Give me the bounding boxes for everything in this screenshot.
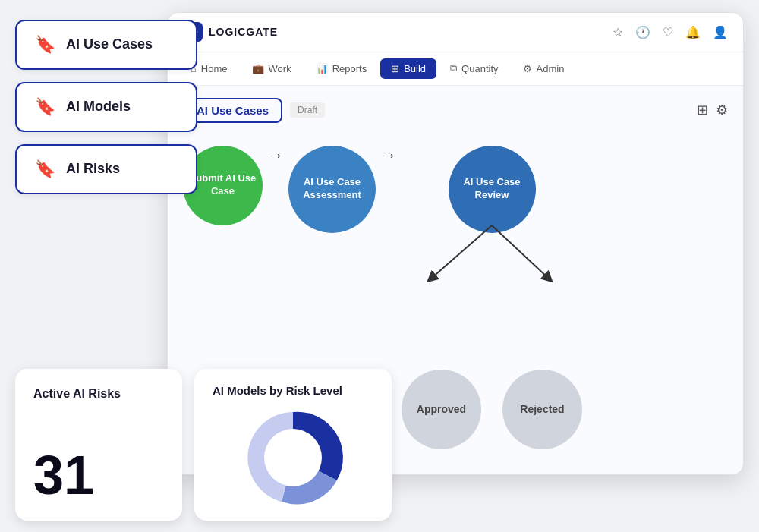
tab-reports-label: Reports — [332, 63, 367, 74]
nav-tabs: ⌂ Home 💼 Work 📊 Reports ⊞ Build ⧉ Quanti… — [168, 52, 743, 86]
user-icon[interactable]: 👤 — [713, 25, 728, 39]
grid-icon: ⊞ — [391, 63, 399, 74]
tab-work-label: Work — [269, 63, 291, 74]
gear-icon: ⚙ — [523, 63, 532, 74]
branch-arrows — [401, 225, 583, 294]
add-button[interactable]: ⊞ — [697, 102, 708, 118]
tab-work[interactable]: 💼 Work — [241, 58, 302, 79]
page-title-bar: AI Use Cases Draft ⊞ ⚙ — [183, 98, 728, 123]
settings-button[interactable]: ⚙ — [716, 102, 728, 118]
clock-icon[interactable]: 🕐 — [635, 25, 650, 39]
svg-line-1 — [431, 225, 492, 279]
active-risks-card: Active AI Risks 31 — [15, 369, 182, 521]
nav-card-ai-risks[interactable]: 🔖 AI Risks — [15, 144, 197, 194]
layers-icon: ⧉ — [450, 62, 457, 74]
svg-point-3 — [264, 429, 322, 486]
donut-svg — [240, 405, 346, 511]
arrow-icon: → — [380, 146, 397, 165]
nav-card-label: AI Models — [66, 99, 131, 115]
main-scene: 🔖 AI Use Cases 🔖 AI Models 🔖 AI Risks LO… — [15, 12, 744, 521]
bookmark-icon: 🔖 — [35, 97, 55, 117]
svg-line-2 — [492, 225, 549, 279]
tab-admin[interactable]: ⚙ Admin — [512, 58, 575, 79]
page-title: AI Use Cases — [183, 98, 282, 123]
logo-text: LOGICGATE — [209, 26, 278, 38]
tab-quantity-label: Quantity — [461, 63, 498, 74]
page-title-actions: ⊞ ⚙ — [697, 102, 728, 118]
workflow-node-review[interactable]: AI Use Case Review — [449, 146, 536, 233]
briefcase-icon: 💼 — [252, 63, 264, 74]
chart-icon: 📊 — [316, 63, 328, 74]
arrow-icon: → — [267, 146, 284, 165]
stat-risks-title: Active AI Risks — [33, 387, 164, 401]
page-title-left: AI Use Cases Draft — [183, 98, 325, 123]
tab-build-label: Build — [404, 63, 426, 74]
stats-cards: Active AI Risks 31 AI Models by Risk Lev… — [15, 369, 392, 521]
bookmark-icon: 🔖 — [35, 159, 55, 179]
nav-card-label: AI Use Cases — [66, 36, 153, 52]
bookmark-icon: 🔖 — [35, 35, 55, 55]
tab-quantity[interactable]: ⧉ Quantity — [439, 58, 509, 79]
donut-chart — [213, 405, 373, 511]
nav-card-ai-use-cases[interactable]: 🔖 AI Use Cases — [15, 20, 197, 70]
chart-title: AI Models by Risk Level — [213, 384, 373, 397]
bell-icon[interactable]: 🔔 — [685, 25, 701, 39]
risk-chart-card: AI Models by Risk Level — [194, 369, 392, 521]
header-icons: ☆ 🕐 ♡ 🔔 👤 — [613, 25, 728, 39]
app-header: LOGICGATE ☆ 🕐 ♡ 🔔 👤 — [168, 13, 743, 52]
star-icon[interactable]: ☆ — [613, 25, 623, 39]
nav-card-label: AI Risks — [66, 161, 120, 177]
nav-card-ai-models[interactable]: 🔖 AI Models — [15, 82, 197, 132]
stat-risks-value: 31 — [33, 448, 164, 502]
heart-icon[interactable]: ♡ — [663, 25, 673, 39]
status-badge: Draft — [290, 102, 325, 118]
workflow-node-assessment[interactable]: AI Use Case Assessment — [288, 146, 376, 233]
workflow-node-approved[interactable]: Approved — [402, 370, 481, 449]
tab-build[interactable]: ⊞ Build — [380, 58, 436, 79]
left-navigation: 🔖 AI Use Cases 🔖 AI Models 🔖 AI Risks — [15, 20, 197, 194]
tab-reports[interactable]: 📊 Reports — [305, 58, 378, 79]
workflow-node-rejected[interactable]: Rejected — [502, 370, 582, 449]
tab-admin-label: Admin — [537, 63, 565, 74]
tab-home-label: Home — [201, 63, 228, 74]
